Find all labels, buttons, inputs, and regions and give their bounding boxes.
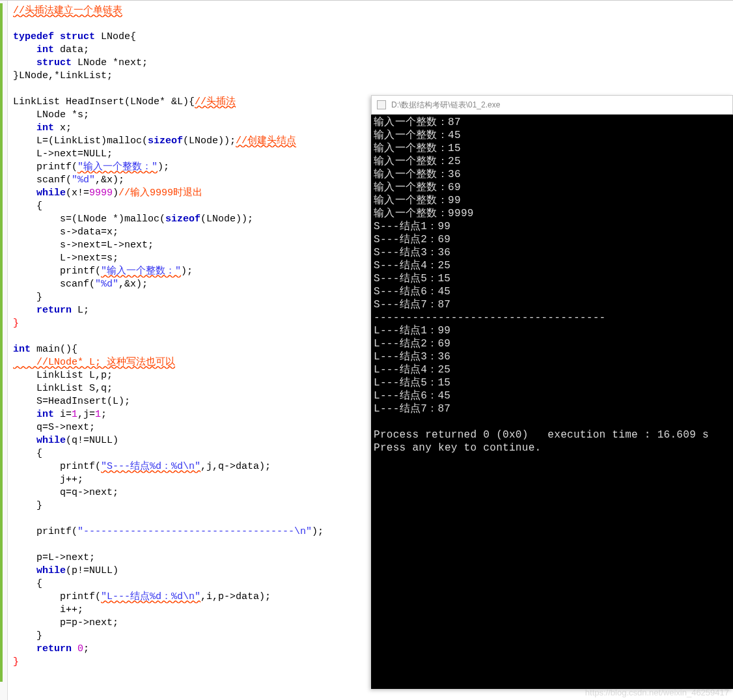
token: LinkList S,q; xyxy=(13,383,113,394)
token: L->next=s; xyxy=(13,253,118,264)
token: p=L->next; xyxy=(13,552,95,563)
code-comment: //输入9999时退出 xyxy=(118,188,202,199)
keyword-while: while xyxy=(36,188,66,199)
token: i= xyxy=(54,409,72,420)
token: }LNode,*LinkList; xyxy=(13,70,113,81)
token: ,&x); xyxy=(118,279,148,290)
number-literal: 1 xyxy=(95,409,101,420)
token: LNode *s; xyxy=(13,109,89,120)
token: data; xyxy=(54,44,89,55)
number-literal: 9999 xyxy=(89,188,113,199)
code-comment: //LNode* L; 这种写法也可以 xyxy=(13,357,175,368)
token: L=(LinkList)malloc( xyxy=(13,135,148,147)
string-literal: "%d" xyxy=(95,279,118,290)
token: L->next=NULL; xyxy=(13,148,113,160)
token: LNode xyxy=(72,57,113,68)
token: LinkList L,p; xyxy=(13,370,113,381)
string-literal: "------------------------------------\n" xyxy=(77,526,312,537)
token xyxy=(13,409,36,420)
brace: { xyxy=(130,31,136,42)
token: ); xyxy=(312,526,324,537)
console-titlebar[interactable]: D:\数据结构考研\链表\01_2.exe xyxy=(371,95,733,115)
keyword-sizeof: sizeof xyxy=(148,135,183,147)
keyword-return: return xyxy=(36,305,72,316)
token: i++; xyxy=(13,604,83,615)
token: { xyxy=(13,578,42,589)
token: } xyxy=(13,630,42,641)
keyword-int: int xyxy=(36,44,54,55)
console-title: D:\数据结构考研\链表\01_2.exe xyxy=(391,100,500,111)
token: (LNode)); xyxy=(183,135,236,147)
token: q=q->next; xyxy=(13,487,118,498)
token: p=p->next; xyxy=(13,617,118,628)
string-literal: "S---结点%d：%d\n" xyxy=(101,461,201,472)
keyword-return: return xyxy=(36,643,72,654)
token: x; xyxy=(54,122,72,133)
token: (x!= xyxy=(66,188,89,199)
token: { xyxy=(13,448,42,459)
token: scanf( xyxy=(13,279,95,290)
watermark: https://blog.csdn.net/weixin_46259417 xyxy=(585,688,729,697)
token: s->next=L->next; xyxy=(13,240,154,251)
keyword-struct: struct xyxy=(36,57,72,68)
number-literal: 1 xyxy=(72,409,77,420)
brace: } xyxy=(13,318,19,329)
token: (LNode)); xyxy=(201,214,253,225)
token: main(){ xyxy=(31,344,77,355)
token: } xyxy=(13,500,42,511)
token: printf( xyxy=(13,161,77,173)
fn-signature: LinkList HeadInsert(LNode* &L){ xyxy=(13,96,195,107)
string-literal: "输入一个整数：" xyxy=(101,266,181,277)
string-literal: "L---结点%d：%d\n" xyxy=(101,591,201,602)
token: ,j= xyxy=(77,409,95,420)
keyword-int: int xyxy=(36,409,54,420)
change-indicator xyxy=(0,3,3,682)
keyword-typedef: typedef xyxy=(13,31,54,42)
token: ,i,p->data); xyxy=(201,591,271,602)
token: { xyxy=(13,201,42,212)
token: printf( xyxy=(13,461,101,472)
token: } xyxy=(13,292,42,303)
string-literal: "输入一个整数：" xyxy=(77,161,158,173)
token: S=HeadInsert(L); xyxy=(13,396,130,407)
brace: } xyxy=(13,656,19,667)
console-output[interactable]: 输入一个整数：87 输入一个整数：45 输入一个整数：15 输入一个整数：25 … xyxy=(371,115,733,456)
token xyxy=(72,643,77,654)
keyword-while: while xyxy=(36,435,66,446)
token: printf( xyxy=(13,591,101,602)
code-comment: //头插法建立一个单链表 xyxy=(13,5,122,16)
token: L; xyxy=(72,305,89,316)
console-app-icon xyxy=(377,100,386,109)
keyword-struct: struct xyxy=(60,31,95,42)
token: ; xyxy=(101,409,107,420)
keyword-int: int xyxy=(36,122,54,133)
token: j++; xyxy=(13,474,83,485)
token: ,j,q->data); xyxy=(201,461,271,472)
keyword-while: while xyxy=(36,565,66,576)
editor-gutter xyxy=(0,1,8,700)
token: printf( xyxy=(13,266,101,277)
keyword-sizeof: sizeof xyxy=(165,214,201,225)
token: s->data=x; xyxy=(13,227,118,238)
token: ; xyxy=(83,643,89,654)
code-comment: //创建头结点 xyxy=(236,135,296,147)
token: scanf( xyxy=(13,175,72,186)
console-window[interactable]: D:\数据结构考研\链表\01_2.exe 输入一个整数：87 输入一个整数：4… xyxy=(371,95,733,689)
string-literal: "%d" xyxy=(72,175,95,186)
code-comment: //头插法 xyxy=(195,96,236,107)
token xyxy=(13,122,36,133)
keyword-int: int xyxy=(13,344,31,355)
token: ); xyxy=(158,161,169,173)
token: ) xyxy=(113,188,118,199)
token: (q!=NULL) xyxy=(66,435,118,446)
token: (p!=NULL) xyxy=(66,565,118,576)
token: *next; xyxy=(113,57,148,68)
number-literal: 0 xyxy=(77,643,83,654)
token: printf( xyxy=(13,526,77,537)
token: ); xyxy=(181,266,193,277)
token: LNode xyxy=(101,31,130,42)
token: ,&x); xyxy=(95,175,124,186)
token: s=(LNode *)malloc( xyxy=(13,214,165,225)
token: q=S->next; xyxy=(13,422,95,433)
